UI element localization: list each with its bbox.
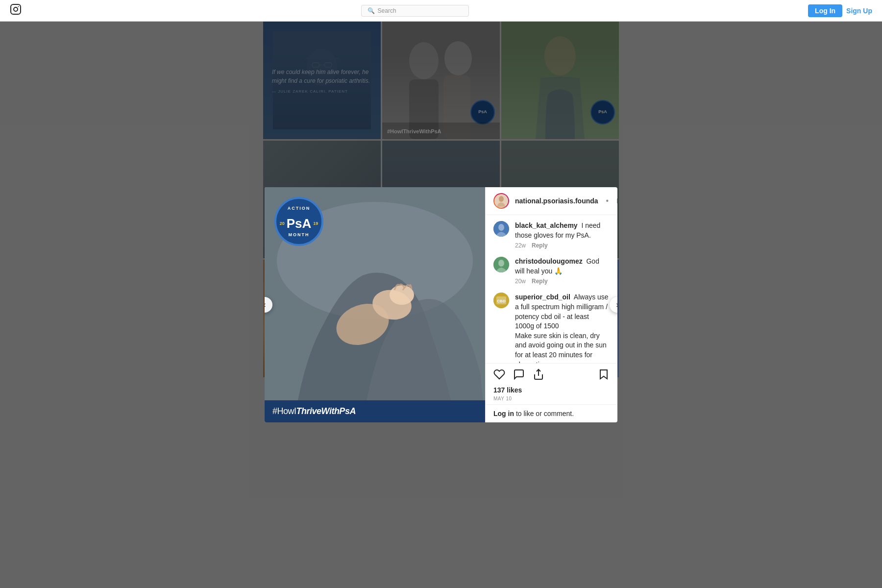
modal-overlay: ACTION 20 PsA 19 MONTH #HowIThriveWithPs… bbox=[0, 22, 882, 588]
like-icon[interactable] bbox=[493, 368, 505, 383]
comment-item-3: CBD superior_cbd_oil Always use a full s… bbox=[493, 293, 610, 363]
post-header: national.psoriasis.founda • Follow ··· bbox=[486, 187, 617, 215]
svg-point-28 bbox=[499, 196, 504, 202]
avatar-inner bbox=[494, 194, 508, 208]
post-modal: ACTION 20 PsA 19 MONTH #HowIThriveWithPs… bbox=[265, 187, 617, 422]
comment-content-3: superior_cbd_oil Always use a full spect… bbox=[515, 293, 610, 363]
comment-username-2[interactable]: christodoulougomez bbox=[515, 257, 583, 265]
comment-time-2: 20w bbox=[515, 278, 526, 285]
signup-button[interactable]: Sign Up bbox=[846, 7, 872, 15]
action-badge: ACTION 20 PsA 19 MONTH bbox=[274, 197, 323, 246]
badge-month-text: MONTH bbox=[289, 232, 310, 237]
search-icon: 🔍 bbox=[368, 7, 375, 14]
likes-count: 137 likes bbox=[493, 386, 610, 394]
hashtag-banner: #HowIThriveWithPsA bbox=[265, 400, 485, 422]
svg-point-2 bbox=[18, 6, 19, 7]
svg-point-1 bbox=[14, 7, 18, 11]
badge-action-text: ACTION bbox=[288, 206, 311, 211]
svg-point-32 bbox=[498, 260, 504, 267]
topbar-actions: Log In Sign Up bbox=[808, 4, 872, 17]
svg-point-27 bbox=[390, 285, 414, 305]
search-bar[interactable]: 🔍 Search bbox=[361, 5, 469, 17]
login-button[interactable]: Log In bbox=[808, 4, 842, 17]
comment-reply-2[interactable]: Reply bbox=[532, 278, 548, 285]
login-prompt: Log in to like or comment. bbox=[486, 404, 617, 422]
login-prompt-link[interactable]: Log in bbox=[493, 410, 514, 417]
comment-text-2: christodoulougomez God will heal you 🙏 bbox=[515, 257, 610, 276]
comment-meta-2: 20w Reply bbox=[515, 278, 610, 285]
instagram-logo bbox=[10, 3, 22, 18]
comment-text-3: superior_cbd_oil Always use a full spect… bbox=[515, 293, 610, 363]
search-placeholder: Search bbox=[378, 7, 396, 14]
comment-item-2: christodoulougomez God will heal you 🙏 2… bbox=[493, 257, 610, 285]
login-prompt-text: to like or comment. bbox=[516, 410, 574, 417]
comment-username-3[interactable]: superior_cbd_oil bbox=[515, 293, 570, 301]
post-author-avatar bbox=[493, 193, 509, 209]
main-content: If we could keep him alive forever, he m… bbox=[0, 22, 882, 588]
svg-text:CBD: CBD bbox=[497, 299, 506, 303]
actions-icons bbox=[493, 368, 610, 383]
save-icon[interactable] bbox=[598, 368, 610, 383]
badge-psa-text: PsA bbox=[287, 217, 312, 230]
post-detail-panel: national.psoriasis.founda • Follow ··· bbox=[485, 187, 617, 422]
comment-avatar-3: CBD bbox=[493, 293, 509, 308]
comments-area: black_kat_alchemy I need those gloves fo… bbox=[486, 215, 617, 363]
comment-content-1: black_kat_alchemy I need those gloves fo… bbox=[515, 221, 610, 249]
comment-avatar-1 bbox=[493, 221, 509, 237]
post-image-area: ACTION 20 PsA 19 MONTH #HowIThriveWithPs… bbox=[265, 187, 485, 422]
post-username[interactable]: national.psoriasis.founda bbox=[515, 197, 598, 205]
post-dot: • bbox=[606, 196, 609, 205]
hashtag-text: #HowIThriveWithPsA bbox=[272, 406, 356, 416]
svg-point-30 bbox=[498, 224, 504, 231]
svg-rect-0 bbox=[11, 4, 21, 14]
comment-username-1[interactable]: black_kat_alchemy bbox=[515, 221, 578, 229]
comment-content-2: christodoulougomez God will heal you 🙏 2… bbox=[515, 257, 610, 285]
comment-meta-1: 22w Reply bbox=[515, 242, 610, 249]
post-date: MAY 10 bbox=[493, 396, 610, 401]
badge-year-right: 19 bbox=[313, 221, 318, 226]
svg-marker-37 bbox=[600, 370, 607, 379]
comment-text-1: black_kat_alchemy I need those gloves fo… bbox=[515, 221, 610, 240]
comment-icon[interactable] bbox=[513, 368, 525, 383]
badge-year-left: 20 bbox=[280, 221, 285, 226]
actions-bar: 137 likes MAY 10 bbox=[486, 363, 617, 404]
comment-reply-1[interactable]: Reply bbox=[532, 242, 548, 249]
comment-item: black_kat_alchemy I need those gloves fo… bbox=[493, 221, 610, 249]
post-follow-button[interactable]: Follow bbox=[616, 197, 617, 205]
comment-avatar-2 bbox=[493, 257, 509, 272]
comment-time-1: 22w bbox=[515, 242, 526, 249]
topbar: 🔍 Search Log In Sign Up bbox=[0, 0, 882, 22]
share-icon[interactable] bbox=[533, 368, 544, 383]
